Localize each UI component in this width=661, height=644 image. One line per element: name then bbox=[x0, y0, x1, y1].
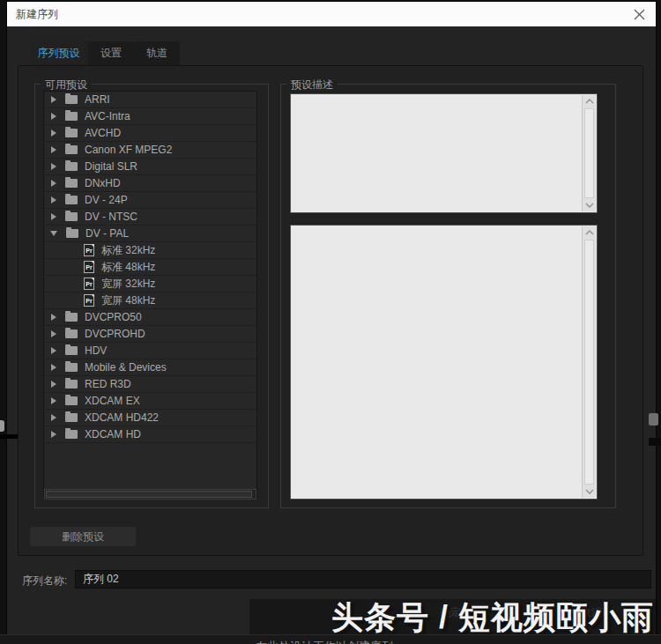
tree-item-label: XDCAM EX bbox=[85, 395, 140, 407]
caret-right-icon[interactable] bbox=[51, 414, 56, 421]
folder-icon bbox=[65, 179, 78, 188]
caret-right-icon[interactable] bbox=[51, 347, 56, 354]
caret-right-icon[interactable] bbox=[51, 113, 56, 120]
caret-right-icon[interactable] bbox=[51, 213, 56, 220]
scroll-up-button[interactable] bbox=[583, 95, 596, 107]
tree-item-label: DV - PAL bbox=[85, 227, 129, 240]
folder-icon bbox=[65, 329, 78, 338]
premiere-preset-icon: Pr bbox=[84, 244, 94, 256]
tree-item-label: RED R3D bbox=[85, 378, 131, 390]
premiere-preset-icon: Pr bbox=[84, 294, 94, 307]
dialog-titlebar[interactable]: 新建序列 bbox=[7, 2, 656, 26]
tree-item-label: 宽屏 32kHz bbox=[101, 277, 155, 292]
tree-item-label: 标准 48kHz bbox=[101, 260, 155, 275]
caret-right-icon[interactable] bbox=[51, 381, 56, 388]
screen-edge-artifact bbox=[0, 434, 18, 439]
delete-preset-button[interactable]: 删除预设 bbox=[30, 527, 136, 546]
tree-folder-row[interactable]: AVCHD bbox=[44, 125, 256, 142]
caret-right-icon[interactable] bbox=[51, 96, 56, 103]
scroll-up-button[interactable] bbox=[583, 226, 596, 239]
tree-folder-row[interactable]: Canon XF MPEG2 bbox=[44, 142, 256, 159]
background-hint-text: 在此处设计工作以创建序列 bbox=[256, 639, 393, 644]
tree-folder-row[interactable]: XDCAM HD422 bbox=[44, 410, 256, 426]
tree-folder-row[interactable]: DNxHD bbox=[44, 175, 256, 192]
tree-folder-row[interactable]: XDCAM EX bbox=[44, 393, 256, 410]
scroll-down-button[interactable] bbox=[583, 199, 596, 211]
screen-edge-artifact bbox=[0, 420, 4, 432]
tree-folder-row[interactable]: AVC-Intra bbox=[44, 108, 256, 125]
folder-icon bbox=[65, 363, 78, 372]
dialog-tabs: 序列预设设置轨道 bbox=[29, 41, 180, 65]
tree-folder-row[interactable]: XDCAM HD bbox=[44, 426, 256, 443]
tree-item-label: DV - 24P bbox=[85, 194, 128, 206]
caret-right-icon[interactable] bbox=[51, 431, 56, 438]
caret-right-icon[interactable] bbox=[51, 330, 56, 337]
tab-sequence-presets[interactable]: 序列预设 bbox=[29, 41, 88, 65]
tree-folder-row[interactable]: DVCPRO50 bbox=[44, 309, 256, 326]
sequence-name-input[interactable] bbox=[75, 570, 651, 588]
caret-right-icon[interactable] bbox=[51, 314, 56, 321]
caret-right-icon[interactable] bbox=[51, 163, 56, 170]
description-bottom-scrollbar[interactable] bbox=[582, 226, 596, 498]
tree-item-label: XDCAM HD bbox=[85, 428, 141, 440]
folder-icon bbox=[65, 430, 78, 439]
folder-icon bbox=[65, 196, 78, 204]
tree-horizontal-scrollbar[interactable] bbox=[44, 489, 256, 500]
screen-edge-artifact bbox=[649, 413, 658, 426]
caret-right-icon[interactable] bbox=[51, 397, 56, 404]
tree-preset-row[interactable]: Pr宽屏 32kHz bbox=[44, 276, 256, 292]
background-strip: 在此处设计工作以创建序列 bbox=[0, 634, 661, 644]
chevron-up-icon bbox=[585, 99, 594, 104]
preset-tree[interactable]: ARRIAVC-IntraAVCHDCanon XF MPEG2Digital … bbox=[43, 91, 257, 498]
chevron-down-icon bbox=[585, 203, 594, 208]
folder-icon bbox=[65, 313, 78, 322]
tree-folder-row[interactable]: DV - 24P bbox=[44, 192, 256, 209]
tree-folder-row[interactable]: HDV bbox=[44, 343, 256, 359]
folder-icon bbox=[65, 112, 78, 121]
tree-preset-row[interactable]: Pr标准 48kHz bbox=[44, 259, 256, 276]
tree-scrollbar-thumb[interactable] bbox=[46, 491, 252, 498]
tab-settings[interactable]: 设置 bbox=[88, 41, 134, 65]
tree-folder-row[interactable]: ARRI bbox=[44, 92, 256, 108]
scrollbar-thumb[interactable] bbox=[584, 108, 594, 198]
folder-icon bbox=[65, 162, 78, 171]
caret-right-icon[interactable] bbox=[51, 180, 56, 187]
dialog-title: 新建序列 bbox=[16, 2, 58, 26]
tree-item-label: AVCHD bbox=[85, 127, 121, 139]
tree-item-label: DVCPROHD bbox=[85, 328, 145, 340]
tree-folder-row[interactable]: Mobile & Devices bbox=[44, 359, 256, 376]
tree-item-label: DV - NTSC bbox=[85, 211, 137, 223]
caret-right-icon[interactable] bbox=[51, 364, 56, 371]
watermark-text: 头条号 / 短视频颐小雨 bbox=[249, 599, 657, 636]
tree-folder-row[interactable]: DVCPROHD bbox=[44, 326, 256, 343]
tree-folder-row[interactable]: Digital SLR bbox=[44, 159, 256, 175]
scroll-down-button[interactable] bbox=[583, 485, 596, 498]
tree-folder-row[interactable]: DV - NTSC bbox=[44, 209, 256, 226]
caret-right-icon[interactable] bbox=[51, 196, 56, 204]
tree-item-label: Digital SLR bbox=[85, 160, 137, 173]
available-presets-label: 可用预设 bbox=[41, 78, 92, 92]
tree-item-label: HDV bbox=[85, 344, 107, 357]
tab-tracks[interactable]: 轨道 bbox=[134, 41, 180, 65]
premiere-preset-icon: Pr bbox=[84, 278, 94, 290]
caret-right-icon[interactable] bbox=[51, 130, 56, 137]
available-presets-group: 可用预设 ARRIAVC-IntraAVCHDCanon XF MPEG2Dig… bbox=[34, 84, 269, 508]
folder-icon bbox=[66, 229, 78, 238]
tree-preset-row[interactable]: Pr宽屏 48kHz bbox=[44, 292, 256, 309]
close-button[interactable] bbox=[632, 7, 647, 22]
tree-item-label: ARRI bbox=[85, 93, 110, 106]
folder-icon bbox=[65, 380, 78, 389]
preset-description-group: 预设描述 bbox=[280, 84, 616, 508]
scrollbar-thumb[interactable] bbox=[584, 240, 594, 485]
folder-icon bbox=[65, 413, 78, 422]
tab-content-panel: 可用预设 ARRIAVC-IntraAVCHDCanon XF MPEG2Dig… bbox=[18, 65, 643, 556]
caret-down-icon[interactable] bbox=[50, 231, 57, 236]
screen-edge-artifact bbox=[649, 438, 661, 446]
description-top-scrollbar[interactable] bbox=[582, 95, 596, 211]
folder-icon bbox=[65, 95, 78, 104]
tree-folder-row[interactable]: RED R3D bbox=[44, 376, 256, 393]
folder-icon bbox=[65, 129, 78, 137]
tree-folder-row[interactable]: DV - PAL bbox=[44, 226, 256, 242]
caret-right-icon[interactable] bbox=[51, 146, 56, 153]
tree-preset-row[interactable]: Pr标准 32kHz bbox=[44, 242, 256, 259]
